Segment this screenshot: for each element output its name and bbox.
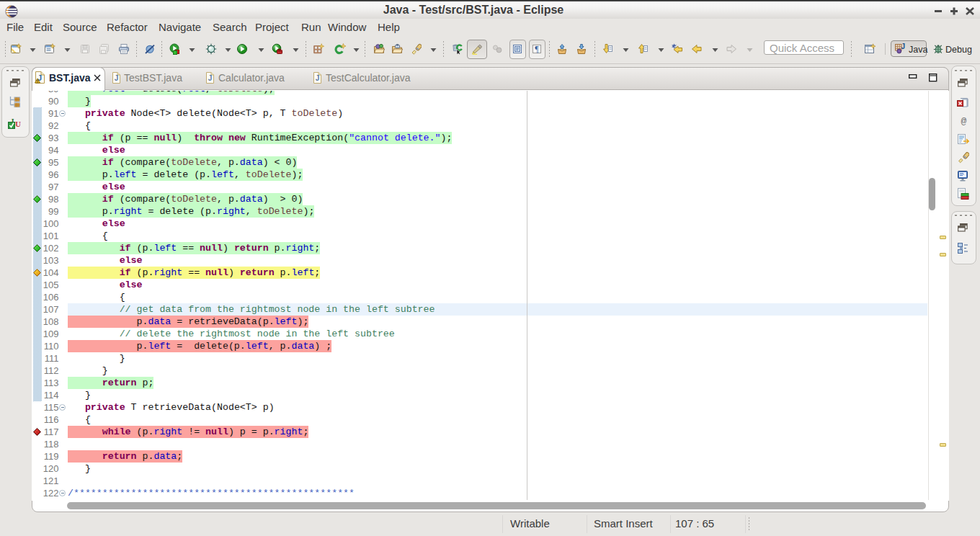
svg-text:J: J [208, 74, 213, 82]
svg-text:U: U [15, 120, 21, 128]
svg-text:J: J [901, 43, 906, 50]
svg-text:J: J [115, 74, 119, 82]
svg-text:¶: ¶ [535, 44, 539, 54]
svg-text:J: J [316, 74, 320, 82]
svg-text:@: @ [961, 116, 967, 126]
